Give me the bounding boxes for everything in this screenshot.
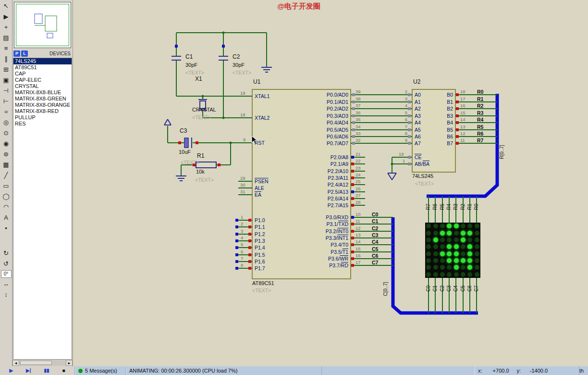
matrix-dot xyxy=(475,231,479,236)
logic-state-indicator xyxy=(456,142,459,145)
pin-name: XTAL2 xyxy=(255,115,270,121)
text-script-mode-icon[interactable]: ≡ xyxy=(1,43,12,54)
current-probe-mode-icon[interactable]: ⊚ xyxy=(1,149,12,160)
device-list-item[interactable]: 74LS245 xyxy=(13,58,72,64)
scroll-right-arrow[interactable]: ▸ xyxy=(66,360,73,366)
net-label: C7 xyxy=(474,282,479,295)
pin-name-text: B7 xyxy=(447,140,453,146)
pin-name-text: P1.4 xyxy=(255,245,265,250)
selection-tool-icon[interactable]: ↖ xyxy=(1,1,12,12)
pin-name-text: CE xyxy=(415,154,422,160)
mirror-vertical-icon[interactable]: ↕ xyxy=(1,289,12,300)
pin-name: P3.1/TXD xyxy=(287,221,348,227)
stop-button[interactable]: ■ xyxy=(62,367,65,375)
generator-mode-icon[interactable]: ⊙ xyxy=(1,128,12,138)
pin-number: 7 xyxy=(241,256,243,262)
tape-recorder-mode-icon[interactable]: ◎ xyxy=(1,117,12,128)
device-list-item[interactable]: AT89C51 xyxy=(13,64,72,71)
device-list-item[interactable]: MATRIX-8X8-BLUE xyxy=(13,89,72,96)
circle-tool-icon[interactable]: ◯ xyxy=(1,191,12,202)
pin-name: P0.1/AD1 xyxy=(287,99,348,105)
play-button[interactable]: ▶ xyxy=(9,367,13,375)
pin-name-text: P2.2/A10 xyxy=(328,168,348,174)
pin-name-text: P2.0/A8 xyxy=(331,154,348,160)
led-matrix[interactable] xyxy=(425,223,480,278)
scrollbar-thumb[interactable] xyxy=(20,361,52,365)
device-list-item[interactable]: MATRIX-8X8-ORANGE xyxy=(13,102,72,108)
matrix-dot xyxy=(454,231,459,236)
device-list-item[interactable]: RES xyxy=(13,121,72,127)
capacitor-c3-plate[interactable] xyxy=(184,138,188,148)
status-bar: ▶▶|▮▮■ 5 Message(s) ANIMATING: 00:00:26.… xyxy=(0,366,588,375)
pin-number: 10 xyxy=(355,212,361,217)
junction-dot-mode-icon[interactable]: + xyxy=(1,22,12,33)
device-list-item[interactable]: CAP xyxy=(13,71,72,77)
logic-state-indicator xyxy=(456,114,459,117)
inter-sheet-terminal-mode-icon[interactable]: ⊣ xyxy=(1,86,12,96)
message-section[interactable]: 5 Message(s) xyxy=(75,366,126,375)
device-list-item[interactable]: MATRIX-8X8-GREEN xyxy=(13,96,72,102)
pin-name-text: P2.1/A9 xyxy=(331,161,348,167)
component-mode-icon[interactable]: ▶ xyxy=(1,12,12,22)
overview-minimap[interactable] xyxy=(14,2,71,48)
rotation-angle[interactable]: 0° xyxy=(1,270,12,278)
arc-tool-icon[interactable]: ◠ xyxy=(1,202,12,212)
pin-name-text: P0.3/AD3 xyxy=(327,113,348,119)
symbol-tool-icon[interactable]: ▪ xyxy=(1,223,12,234)
logic-state-indicator xyxy=(248,246,251,249)
device-list-item[interactable]: PULLUP xyxy=(13,114,72,121)
pin-name-text: P1.6 xyxy=(255,259,265,264)
subcircuit-mode-icon[interactable]: ⊞ xyxy=(1,64,12,75)
rotate-clockwise-icon[interactable]: ↻ xyxy=(1,248,12,259)
pin-name-text: P1.0 xyxy=(255,217,265,223)
pin-name-text: P0.7/AD7 xyxy=(327,140,348,146)
instant-edit-mode-icon[interactable]: ▣ xyxy=(1,75,12,86)
bus-label-r: R[0..7] xyxy=(499,141,505,162)
pin-number: 17 xyxy=(460,96,466,102)
line-tool-icon[interactable]: ╱ xyxy=(1,170,12,181)
device-pins-mode-icon[interactable]: ⊢ xyxy=(1,96,12,107)
pin-name: P3.6/WR xyxy=(287,256,348,262)
virtual-instruments-mode-icon[interactable]: ▦ xyxy=(1,160,12,170)
scrollbar-track[interactable] xyxy=(19,360,66,366)
pin-name: B2 xyxy=(416,106,453,112)
pin-name: P0.2/AD2 xyxy=(287,106,348,112)
pin-number: 22 xyxy=(355,158,361,164)
schematic-canvas[interactable]: @电子开发圈 392P0.0/AD0A0383P0.1/AD1A1374P0.2… xyxy=(73,0,588,366)
device-list-item[interactable]: MATRIX-8X8-RED xyxy=(13,108,72,114)
rotate-anticlockwise-icon[interactable]: ↺ xyxy=(1,259,12,269)
device-list-item[interactable]: CRYSTAL xyxy=(13,83,72,89)
pin-number: 30 xyxy=(240,182,245,188)
device-list-item[interactable]: CAP-ELEC xyxy=(13,77,72,83)
net-label: R7 xyxy=(426,200,431,213)
pin-name-text: P3.3/ xyxy=(326,235,338,241)
coord-x-value: +700.0 xyxy=(484,368,509,374)
pick-devices-button[interactable]: P xyxy=(13,50,20,57)
logic-state-indicator xyxy=(351,230,354,233)
voltage-probe-mode-icon[interactable]: ◉ xyxy=(1,138,12,149)
pin-name: P3.0/RXD xyxy=(287,214,348,220)
buses-mode-icon[interactable]: ∥ xyxy=(1,54,12,64)
pin-name-text: INT1 xyxy=(337,235,348,241)
step-button[interactable]: ▶| xyxy=(26,367,31,375)
pin-number: 12 xyxy=(355,225,361,231)
junction-dot xyxy=(222,32,225,34)
mirror-horizontal-icon[interactable]: ↔ xyxy=(1,279,12,289)
box-tool-icon[interactable]: ▭ xyxy=(1,181,12,191)
wire-label-mode-icon[interactable]: ▤ xyxy=(1,33,12,43)
message-count[interactable]: 5 Message(s) xyxy=(85,368,117,374)
pause-button[interactable]: ▮▮ xyxy=(44,367,49,375)
pin-name-text: P1.7 xyxy=(255,265,265,271)
pin-number: 34 xyxy=(355,124,361,130)
graph-mode-icon[interactable]: ≈ xyxy=(1,107,12,117)
pin-number: 5 xyxy=(241,242,243,248)
library-manager-button[interactable]: L xyxy=(21,50,28,57)
matrix-dot xyxy=(475,238,479,242)
text-tool-icon[interactable]: A xyxy=(1,212,12,223)
scroll-left-arrow[interactable]: ◂ xyxy=(12,360,19,366)
pin-name-text: P2.7/A15 xyxy=(328,202,348,208)
logic-state-indicator xyxy=(456,93,459,96)
symbol-line xyxy=(164,119,168,125)
logic-state-indicator xyxy=(408,135,411,138)
pin-number: 27 xyxy=(355,193,361,199)
